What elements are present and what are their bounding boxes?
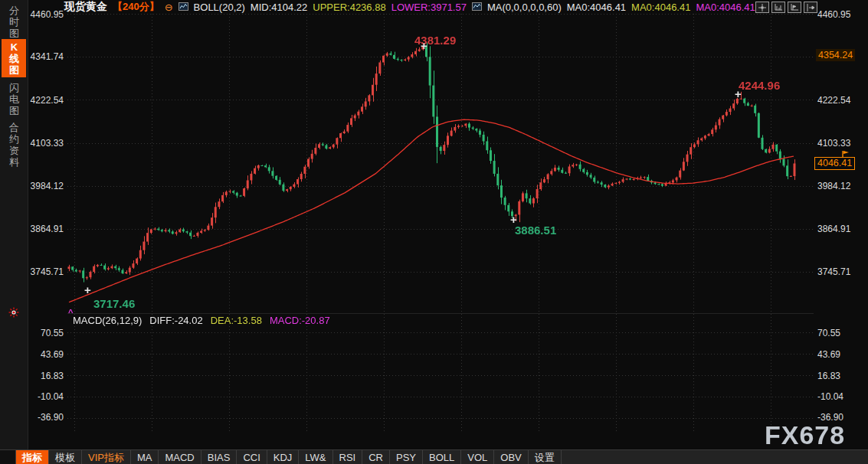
indicator-toolbar: 指标 模板 VIP指标 MA MACD BIAS CCI KDJ LW& RSI… (0, 449, 868, 464)
tab-bias[interactable]: BIAS (201, 450, 237, 464)
y-tick-macd-left: 16.83 (28, 371, 64, 381)
boll-legend-icon[interactable] (179, 2, 188, 13)
chart-tools (755, 2, 817, 13)
y-tick-right: 3984.12 (817, 181, 865, 191)
y-tick-right: 3864.91 (817, 224, 865, 234)
annotation-start-low: 3717.46 (93, 297, 135, 310)
tab-settings[interactable]: 设置 (529, 450, 562, 464)
annotation-secondary-peak: 4244.96 (739, 79, 780, 92)
peak-cross-marker-icon: + (421, 39, 427, 52)
macd-dea-value: DEA:-13.58 (211, 315, 262, 326)
tab-obv[interactable]: OBV (494, 450, 528, 464)
y-tick-macd-left: -10.04 (28, 391, 64, 402)
sidebar-item-lightning-chart[interactable]: 闪电图 (8, 82, 21, 116)
macd-diff-value: DIFF:-24.02 (149, 315, 202, 326)
ma-label: MA(0,0,0,0,0,60) (487, 2, 562, 13)
tab-template[interactable]: 模板 (49, 450, 82, 464)
tab-macd[interactable]: MACD (159, 450, 201, 464)
macd-name: MACD(26,12,9) (73, 315, 142, 326)
y-tick-right: 4460.95 (817, 9, 865, 20)
start-low-cross-marker-icon: + (84, 283, 91, 296)
macd-indicator-label: MACD(26,12,9) DIFF:-24.02 DEA:-13.58 MAC… (73, 315, 330, 326)
boll-upper-value: UPPER:4236.88 (313, 2, 385, 13)
y-tick-left: 4103.33 (28, 138, 64, 149)
tab-cci[interactable]: CCI (237, 450, 267, 464)
pan-right-exit-icon[interactable] (804, 2, 817, 13)
chart-application: 分时图 K线图 闪电图 合约资料 现货黄金 【240分】 ⊖ BOLL(20,2… (0, 0, 868, 464)
period-label: 【240分】 (113, 0, 159, 14)
tab-vip-indicator[interactable]: VIP指标 (82, 450, 131, 464)
y-tick-left: 4341.74 (28, 51, 64, 62)
tab-boll[interactable]: BOLL (423, 450, 461, 464)
secondary-peak-cross-marker-icon: + (735, 87, 742, 100)
tab-vol[interactable]: VOL (461, 450, 494, 464)
marked-price-label: 4354.24 (816, 49, 855, 61)
y-tick-macd-left: -36.90 (28, 412, 64, 423)
macd-macd-value: MACD:-20.87 (270, 315, 330, 326)
symbol-name: 现货黄金 (64, 0, 107, 14)
y-tick-left: 3984.12 (28, 181, 64, 191)
zoom-axis-left-icon[interactable] (771, 2, 785, 13)
annotation-trough-price: 3886.51 (515, 224, 556, 237)
tab-ma[interactable]: MA (131, 450, 159, 464)
boll-mid-value: MID:4104.22 (251, 2, 307, 13)
ma-legend-icon[interactable] (472, 2, 482, 13)
tab-lwr[interactable]: LW& (299, 450, 332, 464)
sidebar-item-contract-info[interactable]: 合约资料 (8, 122, 21, 168)
boll-label: BOLL(20,2) (194, 2, 245, 13)
y-tick-right: 4103.33 (817, 138, 865, 149)
ma3-value: MA0:4046.41 (696, 2, 755, 13)
candlestick-chart-canvas[interactable] (67, 14, 814, 431)
y-tick-macd-left: 70.55 (28, 328, 64, 338)
zoom-axis-right-icon[interactable] (788, 2, 801, 13)
site-watermark: FX678 (765, 420, 845, 450)
pan-crosshair-icon[interactable] (755, 2, 769, 13)
ma2-value: MA0:4046.41 (631, 2, 690, 13)
tab-rsi[interactable]: RSI (333, 450, 363, 464)
collapse-minus-icon[interactable]: ⊖ (165, 2, 173, 13)
alert-burst-icon[interactable] (8, 307, 19, 321)
y-tick-left: 4222.54 (28, 95, 64, 106)
y-tick-macd-right: 43.69 (817, 349, 865, 360)
price-flag-icon[interactable] (841, 148, 850, 162)
pane-divider (67, 313, 814, 314)
y-tick-right: 3745.71 (817, 266, 865, 277)
boll-lower-value: LOWER:3971.57 (391, 2, 467, 13)
left-sidebar: 分时图 K线图 闪电图 合约资料 (0, 0, 28, 449)
y-tick-left: 4460.95 (28, 9, 64, 20)
y-tick-macd-right: 16.83 (817, 371, 865, 381)
y-tick-macd-right: 70.55 (817, 328, 865, 338)
trough-cross-marker-icon: + (510, 213, 517, 226)
tab-psy[interactable]: PSY (390, 450, 423, 464)
ma1-value: MA0:4046.41 (567, 2, 626, 13)
y-tick-macd-right: -10.04 (817, 391, 865, 402)
sidebar-item-timeshare-chart[interactable]: 分时图 (8, 5, 21, 39)
y-tick-right: 4222.54 (817, 95, 865, 106)
y-tick-left: 3745.71 (28, 266, 64, 277)
y-tick-macd-left: 43.69 (28, 349, 64, 360)
tab-cr[interactable]: CR (362, 450, 390, 464)
x-axis-row: 240分 ▲ 09/25 10/13 10/22 10/31 11/10 202… (0, 431, 868, 449)
tab-indicator[interactable]: 指标 (16, 450, 49, 464)
indicator-header-bar: 现货黄金 【240分】 ⊖ BOLL(20,2) MID:4104.22 UPP… (64, 1, 755, 13)
y-tick-left: 3864.91 (28, 224, 64, 234)
sidebar-item-kline-chart[interactable]: K线图 (8, 41, 21, 76)
toolbar-stub (0, 450, 16, 464)
tab-kdj[interactable]: KDJ (267, 450, 300, 464)
